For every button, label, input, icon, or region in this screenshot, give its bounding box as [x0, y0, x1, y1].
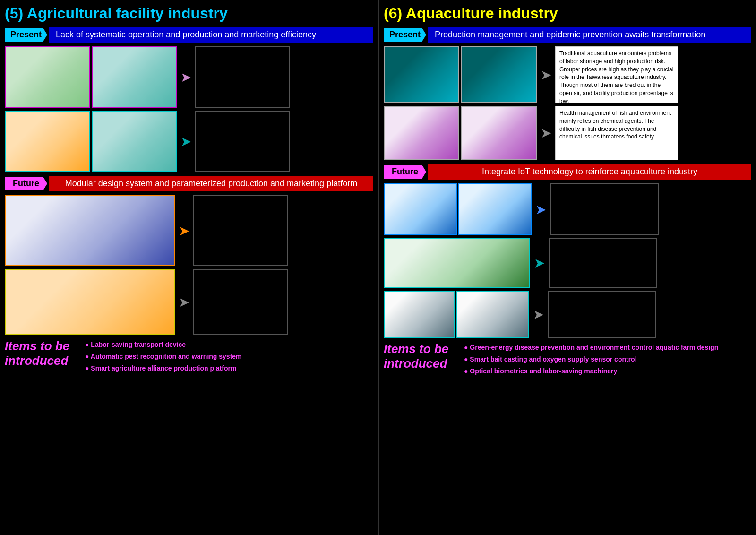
left-present-row1: ➤ [5, 46, 373, 108]
right-future-arrow2: ➤ [534, 255, 545, 271]
right-future-black2 [549, 238, 657, 288]
left-section-title: (5) Agricultural facility industry [5, 5, 373, 22]
right-future-arrow3: ➤ [533, 307, 544, 322]
left-future-bar: Future Modular design system and paramet… [5, 176, 373, 191]
right-future-arrow1: ➤ [535, 202, 546, 217]
right-section-title: (6) Aquaculture industry [384, 5, 751, 22]
right-present-text: Production management and epidemic preve… [428, 27, 751, 43]
left-img1 [5, 46, 90, 108]
right-future-black1 [550, 183, 659, 235]
left-present-text: Lack of systematic operation and product… [49, 27, 373, 43]
left-arrow2: ➤ [180, 134, 191, 149]
right-arrow1: ➤ [541, 67, 551, 83]
right-future-black3 [548, 291, 656, 338]
left-future-row1: ➤ [5, 195, 373, 266]
left-present-badge: Present [5, 28, 47, 42]
right-future-img1 [384, 183, 457, 235]
left-items-title: Items to be introduced [5, 339, 80, 368]
left-black-box2 [195, 111, 290, 172]
right-future-row1: ➤ [384, 183, 751, 235]
left-present-bar: Present Lack of systematic operation and… [5, 27, 373, 43]
left-item3: ● Smart agriculture alliance production … [85, 362, 242, 374]
left-item2: ● Automatic pest recognition and warning… [85, 351, 242, 362]
left-img2 [92, 46, 177, 108]
left-img3 [5, 111, 90, 172]
right-future-text: Integrate IoT technology to reinforce aq… [428, 164, 751, 180]
right-present-row2: ➤ Health management of fish and environm… [384, 106, 751, 160]
right-future-row3: ➤ [384, 291, 751, 338]
left-item1: ● Labor-saving transport device [85, 339, 242, 351]
left-future-img2 [5, 269, 175, 335]
right-future-img2 [458, 183, 532, 235]
left-future-img1 [5, 195, 175, 266]
right-img4 [461, 106, 537, 160]
right-future-row2: ➤ [384, 238, 751, 288]
right-item1: ● Green-energy disease prevention and en… [464, 342, 718, 354]
right-item2: ● Smart bait casting and oxygen supply s… [464, 354, 718, 365]
right-desc2: Health management of fish and environmen… [555, 106, 678, 160]
left-future-text: Modular design system and parameterized … [49, 176, 373, 191]
right-section: (6) Aquaculture industry Present Product… [378, 0, 756, 535]
left-items-list: ● Labor-saving transport device ● Automa… [85, 339, 242, 375]
left-black-box1 [195, 46, 290, 108]
left-img4 [92, 111, 177, 172]
right-img1 [384, 46, 459, 103]
right-items-list: ● Green-energy disease prevention and en… [464, 342, 718, 378]
right-img2 [461, 46, 537, 103]
left-future-arrow1: ➤ [179, 223, 189, 239]
right-item3: ● Optical biometrics and labor-saving ma… [464, 365, 718, 377]
right-present-bar: Present Production management and epidem… [384, 27, 751, 43]
right-future-badge: Future [384, 165, 426, 179]
left-future-row2: ➤ [5, 269, 373, 335]
right-present-badge: Present [384, 28, 426, 42]
left-present-row2: ➤ [5, 111, 373, 172]
right-img3 [384, 106, 459, 160]
left-items-section: Items to be introduced ● Labor-saving tr… [5, 339, 373, 375]
right-items-title: Items to be introduced [384, 342, 459, 371]
right-future-bar: Future Integrate IoT technology to reinf… [384, 164, 751, 180]
right-future-img3 [384, 238, 530, 288]
left-future-black2 [193, 269, 288, 335]
left-future-badge: Future [5, 177, 47, 190]
right-future-img5 [456, 291, 529, 338]
right-future-img4 [384, 291, 455, 338]
right-items-section: Items to be introduced ● Green-energy di… [384, 342, 751, 378]
right-desc1: Traditional aquaculture encounters probl… [555, 46, 678, 103]
left-future-arrow2: ➤ [179, 294, 189, 310]
right-arrow2: ➤ [541, 125, 551, 141]
left-section: (5) Agricultural facility industry Prese… [0, 0, 378, 535]
right-present-row1: ➤ Traditional aquaculture encounters pro… [384, 46, 751, 103]
left-arrow1: ➤ [180, 69, 191, 85]
left-future-black1 [193, 195, 288, 266]
